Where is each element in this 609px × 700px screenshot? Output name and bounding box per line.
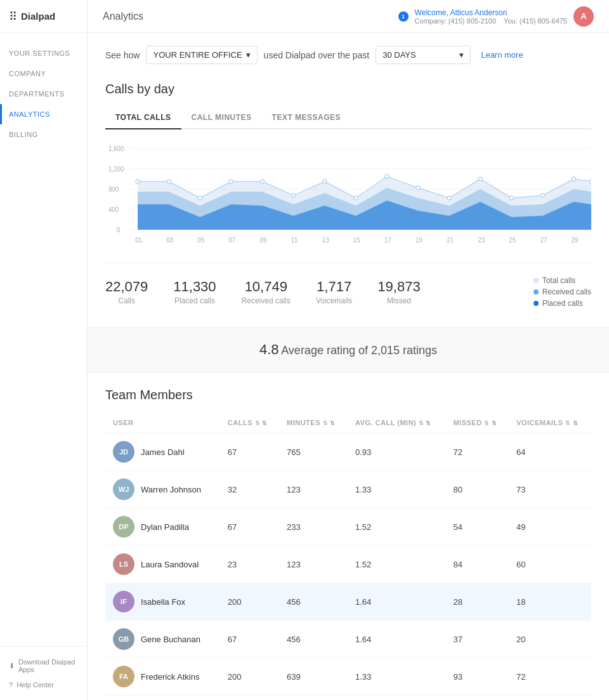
svg-point-23	[540, 194, 544, 197]
stat-item-2: 10,749Received calls	[242, 279, 291, 305]
svg-point-19	[416, 186, 420, 190]
svg-point-16	[323, 180, 327, 183]
table-header: USERCALLS ⇅MINUTES ⇅AVG. CALL (MIN) ⇅MIS…	[105, 413, 591, 433]
user-cell-7: LCLelia Christensen	[105, 696, 220, 701]
download-icon: ⬇	[9, 662, 15, 670]
svg-text:01: 01	[135, 237, 142, 244]
svg-point-13	[229, 180, 233, 183]
cell-4-3: 28	[445, 583, 509, 621]
user-cell-4: IFIsabella Fox	[105, 583, 220, 621]
svg-point-20	[447, 196, 451, 200]
team-section-title: Team Members	[105, 388, 591, 402]
cell-5-1: 456	[279, 621, 348, 658]
cell-1-0: 32	[220, 471, 279, 508]
legend-label-received: Received calls	[542, 287, 591, 296]
help-center-label: Help Center	[16, 681, 54, 689]
cell-4-4: 18	[509, 583, 591, 621]
svg-text:27: 27	[540, 237, 547, 244]
svg-text:1,600: 1,600	[108, 145, 124, 152]
cell-2-4: 49	[509, 508, 591, 546]
help-center-link[interactable]: ?Help Center	[6, 677, 81, 692]
cell-2-2: 1.52	[348, 508, 445, 546]
avatar[interactable]: A	[573, 6, 594, 27]
used-text: used Dialpad over the past	[264, 50, 370, 60]
company-info: Company: (415) 805-2100 You: (415) 805-6…	[415, 17, 567, 25]
chart-tab-1[interactable]: CALL MINUTES	[181, 107, 262, 129]
chart-tab-0[interactable]: TOTAL CALLS	[105, 107, 181, 129]
svg-point-11	[167, 180, 171, 183]
cell-3-0: 23	[220, 546, 279, 583]
chart-legend: Total callsReceived callsPlaced calls	[534, 276, 591, 308]
svg-point-22	[509, 196, 513, 200]
cell-5-4: 20	[509, 621, 591, 658]
sidebar-item-departments[interactable]: DEPARTMENTS	[0, 84, 87, 104]
legend-item-received: Received calls	[534, 287, 591, 296]
cell-7-4: 60	[509, 696, 591, 701]
user-cell-5: GBGene Buchanan	[105, 621, 220, 658]
svg-point-10	[136, 180, 140, 183]
svg-text:17: 17	[384, 237, 391, 244]
cell-0-0: 67	[220, 433, 279, 471]
svg-point-25	[589, 180, 591, 183]
stat-item-0: 22,079Calls	[105, 279, 148, 305]
download-apps-label: Download Dialpad Apps	[18, 658, 78, 673]
cell-1-3: 80	[445, 471, 509, 508]
col-header-1[interactable]: CALLS ⇅	[220, 413, 279, 433]
stats-row: 22,079Calls11,330Placed calls10,749Recei…	[105, 263, 591, 320]
legend-dot-received	[534, 289, 539, 294]
welcome-text: Welcome, Atticus Anderson	[415, 8, 567, 17]
sidebar-item-billing[interactable]: BILLING	[0, 124, 87, 145]
stat-label-2: Received calls	[242, 296, 291, 305]
learn-more-link[interactable]: Learn more	[481, 50, 523, 60]
col-header-4[interactable]: MISSED ⇅	[445, 413, 509, 433]
rating-section: 4.8 Average rating of 2,015 ratings	[88, 327, 609, 373]
days-filter-dropdown[interactable]: 30 DAYS ▾	[376, 46, 471, 64]
cell-7-3: 65	[445, 696, 509, 701]
cell-7-1: 123	[279, 696, 348, 701]
svg-text:09: 09	[260, 237, 267, 244]
table-row: DPDylan Padilla672331.525449	[105, 508, 591, 546]
notification-icon[interactable]: 1	[398, 11, 409, 22]
top-header: Analytics 1 Welcome, Atticus Anderson Co…	[88, 0, 609, 33]
cell-6-2: 1.33	[348, 658, 445, 696]
sidebar-item-your-settings[interactable]: YOUR SETTINGS	[0, 43, 87, 63]
chart-tab-2[interactable]: TEXT MESSAGES	[262, 107, 351, 129]
sidebar-item-company[interactable]: COMPANY	[0, 63, 87, 84]
svg-text:800: 800	[108, 186, 119, 193]
svg-text:05: 05	[197, 237, 204, 244]
cell-5-3: 37	[445, 621, 509, 658]
avatar-4: IF	[113, 591, 134, 612]
cell-5-2: 1.64	[348, 621, 445, 658]
legend-item-placed: Placed calls	[534, 299, 591, 308]
team-section: Team Members USERCALLS ⇅MINUTES ⇅AVG. CA…	[105, 388, 591, 700]
svg-point-12	[198, 196, 202, 200]
chevron-down-icon: ▾	[246, 50, 251, 60]
svg-text:25: 25	[509, 237, 516, 244]
sidebar-footer: ⬇Download Dialpad Apps?Help Center	[0, 646, 87, 700]
stat-number-2: 10,749	[242, 279, 291, 295]
svg-point-17	[354, 196, 358, 200]
chart-tabs: TOTAL CALLSCALL MINUTESTEXT MESSAGES	[105, 107, 591, 129]
office-filter-dropdown[interactable]: YOUR ENTIRE OFFICE ▾	[146, 46, 257, 64]
user-cell-6: FAFrederick Atkins	[105, 658, 220, 696]
see-how-text: See how	[105, 50, 140, 60]
chevron-down-icon: ▾	[459, 50, 464, 60]
cell-0-3: 72	[445, 433, 509, 471]
legend-item-total: Total calls	[534, 276, 591, 285]
col-header-5[interactable]: VOICEMAILS ⇅	[509, 413, 591, 433]
user-cell-1: WJWarren Johnson	[105, 471, 220, 508]
sidebar-item-analytics[interactable]: ANALYTICS	[0, 104, 87, 124]
user-cell-2: DPDylan Padilla	[105, 508, 220, 546]
download-apps-link[interactable]: ⬇Download Dialpad Apps	[6, 654, 81, 677]
sidebar: ⠿ Dialpad YOUR SETTINGSCOMPANYDEPARTMENT…	[0, 0, 88, 700]
cell-2-3: 54	[445, 508, 509, 546]
cell-3-4: 60	[509, 546, 591, 583]
table-body: JDJames Dahl677650.937264WJWarren Johnso…	[105, 433, 591, 701]
svg-text:15: 15	[353, 237, 360, 244]
main-content: Analytics 1 Welcome, Atticus Anderson Co…	[88, 0, 609, 700]
col-header-3[interactable]: AVG. CALL (MIN) ⇅	[348, 413, 445, 433]
table-row: LCLelia Christensen901231.336560	[105, 696, 591, 701]
col-header-2[interactable]: MINUTES ⇅	[279, 413, 348, 433]
user-name-2: Dylan Padilla	[141, 522, 189, 532]
table-row: WJWarren Johnson321231.338073	[105, 471, 591, 508]
